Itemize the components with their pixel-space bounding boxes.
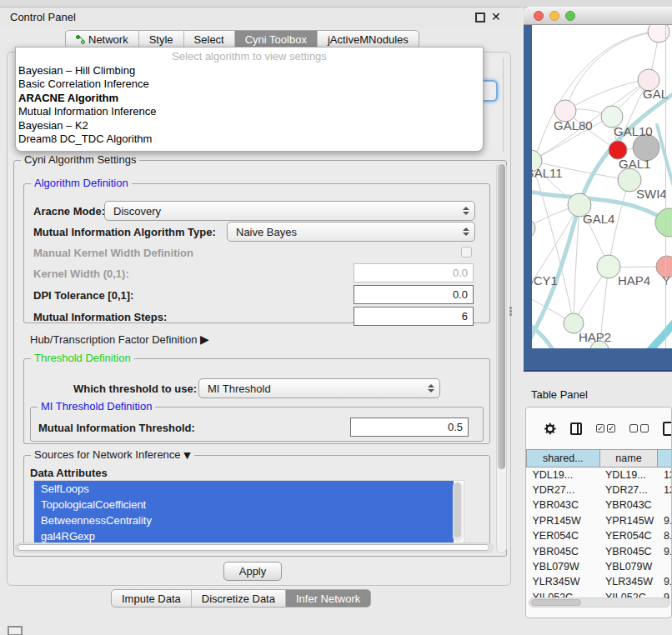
which-threshold-value: MI Threshold [199, 382, 424, 395]
apply-button[interactable]: Apply [223, 562, 282, 581]
table-cell: YLR345W [599, 574, 658, 589]
data-attributes-label: Data Attributes [30, 467, 108, 479]
table-cell: 9. [658, 574, 672, 589]
tab-infer-network[interactable]: Infer Network [286, 590, 370, 607]
node-label: HAP4 [618, 273, 650, 288]
attributes-scrollbar[interactable] [453, 482, 463, 542]
manual-kernel-label: Manual Kernel Width Definition [33, 247, 193, 259]
table-cell: 9. [658, 543, 672, 558]
dpi-tolerance-field[interactable]: 0.0 [354, 285, 474, 304]
network-node[interactable] [532, 218, 535, 238]
table-cell: 9. [658, 513, 672, 528]
tab-network[interactable]: Network [66, 31, 139, 48]
node-label: HAP2 [579, 330, 611, 344]
algorithm-option[interactable]: Mutual Information Inference [16, 105, 483, 118]
mi-threshold-group-title: MI Threshold Definition [38, 400, 155, 412]
table-cell: 8. [658, 528, 672, 543]
minimize-window-icon[interactable] [549, 11, 559, 21]
unchecked-boxes-icon[interactable] [629, 424, 649, 432]
table-hscrollbar[interactable] [529, 598, 670, 608]
attribute-item[interactable]: SelfLoops [34, 481, 454, 497]
table-hscrollbar-thumb[interactable] [531, 599, 581, 606]
mi-steps-field[interactable]: 6 [354, 307, 474, 326]
tab-jactivemnodules[interactable]: jActiveMNodules [318, 31, 419, 48]
column-header[interactable]: A [658, 450, 672, 468]
tab-discretize-data[interactable]: Discretize Data [192, 590, 286, 607]
close-panel-icon[interactable]: ✕ [491, 10, 501, 23]
kernel-width-field[interactable]: 0.0 [354, 263, 474, 282]
settings-scrollbar[interactable] [496, 162, 507, 553]
tab-style[interactable]: Style [139, 31, 184, 48]
table-row[interactable]: YDR27...YDR27...12 [527, 482, 672, 498]
network-node[interactable] [597, 255, 620, 278]
table-row[interactable]: YLR345WYLR345W9. [527, 574, 672, 589]
hub-definition-toggle[interactable]: Hub/Transcription Factor Definition ▶ [30, 332, 209, 346]
data-attributes-list[interactable]: SelfLoopsTopologicalCoefficientBetweenne… [33, 480, 464, 543]
attribute-item[interactable]: BetweennessCentrality [34, 512, 454, 528]
table-cell: 13 [658, 468, 672, 482]
network-window-titlebar[interactable] [524, 7, 672, 25]
column-header[interactable]: name [599, 450, 658, 468]
document-icon[interactable] [663, 422, 672, 436]
tab-cyni-toolbox[interactable]: Cyni Toolbox [235, 31, 318, 48]
splitter-gripper[interactable] [508, 306, 514, 315]
gear-icon[interactable] [544, 422, 556, 436]
network-icon [76, 35, 85, 44]
tab-select[interactable]: Select [184, 31, 235, 48]
manual-kernel-checkbox[interactable] [461, 247, 472, 258]
expanded-arrow-icon: ▼ [183, 450, 190, 461]
table-toolbar: ✓✓ [526, 408, 672, 449]
settings-hscrollbar[interactable] [15, 542, 494, 552]
canvas-edge-line [665, 25, 666, 348]
settings-hscrollbar-thumb[interactable] [18, 544, 489, 551]
table-row[interactable]: YER054CYER054C8. [527, 528, 672, 543]
sources-toggle[interactable]: Sources for Network Inference ▼ [31, 448, 194, 461]
table-row[interactable]: YPR145WYPR145W9. [527, 513, 672, 528]
attributes-scrollbar-thumb[interactable] [454, 482, 461, 538]
network-node[interactable] [648, 25, 669, 42]
table-cell: YBR043C [599, 498, 658, 512]
control-panel-title: Control Panel [10, 11, 76, 23]
control-panel-tabs: NetworkStyleSelectCyni ToolboxjActiveMNo… [65, 30, 419, 48]
network-canvas[interactable]: GALGAL80GAL10GAL1GAL11SWI4GAL4GCY1HAP4YH… [532, 25, 672, 348]
algorithm-option[interactable]: Dream8 DC_TDC Algorithm [16, 132, 483, 146]
mi-type-combobox[interactable]: Naive Bayes [227, 222, 475, 242]
minimized-panel-icon[interactable] [8, 626, 23, 635]
attribute-item[interactable]: gal4RGexp [34, 528, 454, 543]
algorithm-option[interactable]: Bayesian – Hill Climbing [16, 64, 483, 78]
table-cell [658, 559, 672, 574]
algorithm-option[interactable]: Basic Correlation Inference [16, 78, 483, 91]
algorithm-placeholder: Select algorithm to view settings [16, 48, 483, 64]
network-node-labels: GALGAL80GAL10GAL1GAL11SWI4GAL4GCY1HAP4YH… [532, 87, 670, 344]
table-cell: YLR345W [527, 574, 600, 589]
table-row[interactable]: YBR043CYBR043C [527, 498, 672, 512]
table-panel: ✓✓ shared...nameA YDL19...YDL19...13YDR2… [525, 407, 672, 618]
close-window-icon[interactable] [534, 11, 544, 21]
attribute-item[interactable]: TopologicalCoefficient [34, 497, 454, 512]
aracne-mode-value: Discovery [105, 205, 459, 218]
tab-impute-data[interactable]: Impute Data [112, 590, 192, 607]
inference-group-edge [503, 58, 504, 152]
table-row[interactable]: YBR045CYBR045C9. [527, 543, 672, 558]
table-row[interactable]: YDL19...YDL19...13 [527, 468, 672, 482]
tab-label: Cyni Toolbox [245, 33, 307, 46]
column-header[interactable]: shared... [527, 450, 600, 468]
algorithm-definition-title: Algorithm Definition [31, 177, 132, 189]
table-cell: YBR043C [527, 498, 600, 512]
algorithm-option[interactable]: Bayesian – K2 [16, 119, 483, 132]
network-node[interactable] [655, 208, 672, 237]
spinner-arrows-icon [459, 228, 474, 236]
zoom-window-icon[interactable] [565, 11, 575, 21]
table-cell: YBR045C [599, 543, 658, 558]
table-row[interactable]: YBL079WYBL079W [527, 559, 672, 574]
settings-scrollbar-thumb[interactable] [498, 164, 505, 469]
algorithm-option[interactable]: ARACNE Algorithm [16, 92, 483, 105]
float-window-icon[interactable] [475, 12, 485, 22]
aracne-mode-combobox[interactable]: Discovery [104, 201, 475, 221]
columns-icon[interactable] [570, 422, 582, 435]
network-window: GALGAL80GAL10GAL1GAL11SWI4GAL4GCY1HAP4YH… [524, 7, 672, 372]
checked-boxes-icon[interactable]: ✓✓ [596, 424, 615, 432]
which-threshold-combobox[interactable]: MI Threshold [198, 378, 440, 398]
table-panel-title: Table Panel [531, 388, 588, 401]
mi-threshold-field[interactable]: 0.5 [350, 418, 469, 437]
